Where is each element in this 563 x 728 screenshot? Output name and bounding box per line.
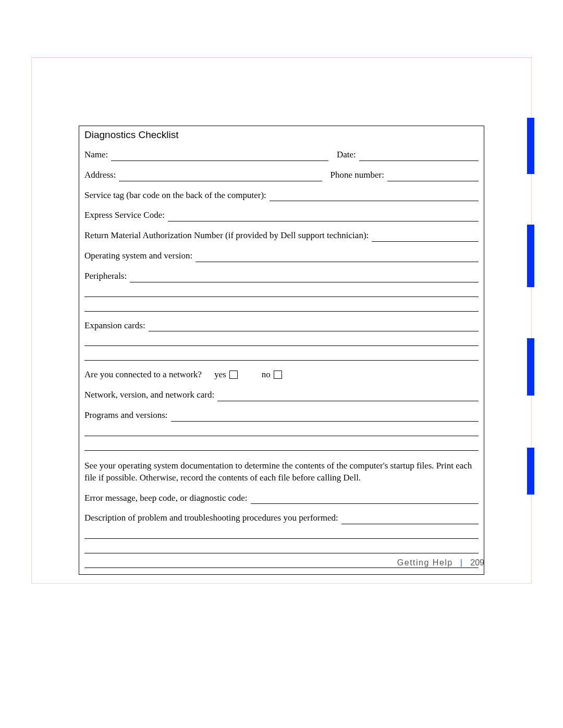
date-blank [359, 153, 479, 161]
programs-line [84, 425, 479, 436]
programs-blank [171, 414, 479, 422]
address-label: Address: [84, 169, 116, 181]
peripherals-label: Peripherals: [84, 270, 127, 282]
no-label: no [262, 368, 271, 381]
os-blank [195, 254, 479, 262]
no-checkbox[interactable] [274, 371, 282, 379]
expansion-blank [149, 324, 479, 331]
name-blank [111, 153, 328, 161]
yes-checkbox[interactable] [229, 371, 238, 379]
network-card-blank [217, 393, 479, 401]
description-blank [341, 516, 479, 524]
description-line [84, 542, 479, 553]
form-title: Diagnostics Checklist [84, 129, 479, 141]
document-page: Diagnostics Checklist Name: Date: Addres… [31, 57, 532, 584]
error-blank [251, 496, 479, 504]
network-question: Are you connected to a network? [84, 368, 202, 381]
date-label: Date: [337, 149, 356, 161]
thumb-tab [527, 448, 534, 495]
thumb-tab [527, 225, 534, 287]
peripherals-line [84, 301, 479, 312]
thumb-tab [527, 118, 534, 174]
expansion-line [84, 350, 479, 361]
service-tag-blank [270, 193, 479, 201]
express-code-label: Express Service Code: [84, 209, 165, 221]
expansion-label: Expansion cards: [84, 319, 145, 332]
express-code-blank [168, 214, 479, 221]
footer-separator: | [460, 558, 463, 567]
os-label: Operating system and version: [84, 250, 192, 262]
phone-blank [387, 174, 479, 181]
service-tag-label: Service tag (bar code on the back of the… [84, 189, 266, 202]
programs-label: Programs and versions: [84, 409, 168, 422]
programs-line [84, 440, 479, 451]
yes-label: yes [214, 368, 226, 381]
network-card-label: Network, version, and network card: [84, 389, 214, 401]
error-label: Error message, beep code, or diagnostic … [84, 492, 248, 504]
phone-label: Phone number: [331, 169, 384, 181]
peripherals-blank [130, 275, 479, 282]
name-label: Name: [84, 149, 108, 161]
address-blank [119, 174, 322, 181]
description-line [84, 528, 479, 539]
rma-blank [372, 234, 479, 242]
rma-label: Return Material Authorization Number (if… [84, 229, 369, 242]
startup-note: See your operating system documentation … [84, 460, 479, 484]
expansion-line [84, 335, 479, 346]
footer-section: Getting Help [397, 558, 453, 567]
description-label: Description of problem and troubleshooti… [84, 512, 338, 524]
thumb-tab [527, 338, 534, 396]
peripherals-line [84, 286, 479, 297]
footer-page-number: 209 [470, 558, 484, 567]
diagnostics-checklist-box: Diagnostics Checklist Name: Date: Addres… [79, 126, 484, 575]
page-footer: Getting Help | 209 [397, 558, 484, 567]
